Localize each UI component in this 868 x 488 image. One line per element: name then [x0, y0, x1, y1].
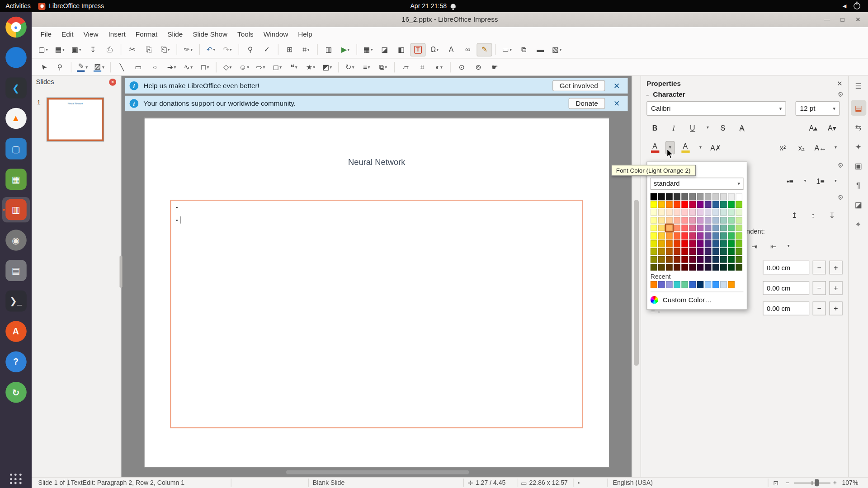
color-swatch[interactable]: [736, 225, 742, 231]
infobar-close-icon[interactable]: ✕: [610, 81, 623, 90]
ordered-list-button[interactable]: 1≡: [812, 174, 829, 188]
color-swatch[interactable]: [728, 264, 735, 271]
color-swatch[interactable]: [712, 225, 719, 231]
subscript-button[interactable]: x₂: [793, 141, 810, 154]
color-swatch[interactable]: [712, 240, 719, 247]
color-swatch[interactable]: [697, 240, 704, 247]
zoom-pan-tool[interactable]: ⚲: [52, 60, 67, 73]
undo-button[interactable]: ↶ ▾: [203, 43, 218, 56]
menu-slide[interactable]: Slide: [162, 28, 188, 39]
color-swatch[interactable]: [697, 264, 704, 271]
interaction-button[interactable]: ☛: [487, 60, 503, 73]
workspace[interactable]: Neural Network • •: [121, 111, 632, 477]
color-swatch[interactable]: [666, 216, 673, 223]
section-settings-icon[interactable]: ⚙: [838, 194, 844, 202]
recent-color-swatch[interactable]: [681, 281, 688, 288]
display-grid-button[interactable]: ⊞: [282, 43, 297, 56]
spinner-decrease-button[interactable]: −: [813, 301, 826, 315]
rotate-tool[interactable]: ↻ ▾: [342, 60, 358, 73]
decrease-indent-button[interactable]: ⇤: [765, 239, 782, 253]
donate-button[interactable]: Donate: [568, 98, 605, 109]
dock-help[interactable]: ?: [2, 349, 29, 375]
color-swatch[interactable]: [712, 209, 719, 216]
color-swatch[interactable]: [666, 193, 673, 200]
font-size-combobox[interactable]: 12 pt ▾: [796, 101, 840, 116]
superscript-button[interactable]: x²: [774, 141, 791, 154]
system-status-area[interactable]: ◀: [716, 3, 868, 9]
color-swatch[interactable]: [674, 232, 680, 239]
color-swatch[interactable]: [712, 216, 719, 223]
spinner-increase-button[interactable]: +: [829, 281, 842, 295]
color-swatch[interactable]: [658, 225, 665, 231]
dropdown-arrow-icon[interactable]: ▾: [190, 47, 193, 52]
activities-button[interactable]: Activities: [5, 3, 31, 9]
indent-dropdown[interactable]: ▾: [784, 239, 793, 253]
menu-edit[interactable]: Edit: [57, 28, 78, 39]
underline-dropdown[interactable]: ▾: [703, 121, 712, 134]
color-swatch[interactable]: [705, 256, 712, 263]
color-swatch[interactable]: [674, 209, 680, 216]
dropdown-arrow-icon[interactable]: ▾: [263, 65, 265, 70]
spelling-button[interactable]: ✓: [259, 43, 274, 56]
color-swatch[interactable]: [712, 232, 719, 239]
color-swatch[interactable]: [681, 193, 688, 200]
color-swatch[interactable]: [720, 193, 727, 200]
tab-animation[interactable]: ✦: [850, 139, 866, 154]
color-swatch[interactable]: [689, 248, 696, 255]
menu-format[interactable]: Format: [131, 28, 163, 39]
color-swatch[interactable]: [689, 201, 696, 208]
color-swatch[interactable]: [666, 232, 673, 239]
tab-styles[interactable]: ¶: [850, 178, 866, 193]
show-draw-functions-button[interactable]: ✎: [476, 43, 492, 56]
font-color-button[interactable]: A: [646, 141, 663, 154]
tab-master-slides[interactable]: ▣: [850, 158, 866, 174]
recent-color-swatch[interactable]: [705, 281, 712, 288]
menu-file[interactable]: File: [35, 28, 57, 39]
glue-points-button[interactable]: ⊚: [471, 60, 486, 73]
unordered-list-dropdown[interactable]: ▾: [801, 174, 810, 188]
spacing-input[interactable]: 0.00 cm: [763, 301, 809, 315]
color-swatch[interactable]: [681, 256, 688, 263]
color-swatch[interactable]: [705, 193, 712, 200]
titlebar[interactable]: 16_2.pptx - LibreOffice Impress — □ ✕: [32, 12, 868, 27]
dock-terminal[interactable]: ❯_: [2, 288, 29, 314]
color-swatch[interactable]: [720, 216, 727, 223]
close-button[interactable]: ✕: [851, 14, 864, 25]
callout-shapes-tool[interactable]: ❝ ▾: [286, 60, 302, 73]
color-swatch[interactable]: [666, 256, 673, 263]
color-swatch[interactable]: [689, 256, 696, 263]
app-grid-button[interactable]: [9, 474, 22, 484]
insert-fontwork-button[interactable]: A: [443, 43, 459, 56]
insert-line-tool[interactable]: ╲: [114, 60, 129, 73]
vertical-scrollbar-thumb[interactable]: [634, 200, 639, 366]
increase-indent-button[interactable]: ⇥: [746, 239, 763, 253]
master-slide-button[interactable]: ▥: [321, 43, 336, 56]
color-swatch[interactable]: [681, 248, 688, 255]
dropdown-arrow-icon[interactable]: ▾: [352, 65, 354, 70]
menu-window[interactable]: Window: [259, 28, 293, 39]
color-swatch[interactable]: [666, 264, 673, 271]
color-swatch[interactable]: [658, 232, 665, 239]
dropdown-arrow-icon[interactable]: ▾: [829, 102, 839, 115]
dropdown-arrow-icon[interactable]: ▾: [79, 47, 81, 52]
slide-layout-button[interactable]: ▧ ▾: [549, 43, 565, 56]
tab-navigator[interactable]: ⌖: [850, 216, 866, 232]
spinner-increase-button[interactable]: +: [829, 261, 842, 275]
color-swatch[interactable]: [736, 201, 742, 208]
menu-view[interactable]: View: [79, 28, 104, 39]
clone-formatting-button[interactable]: ✑ ▾: [180, 43, 196, 56]
color-swatch[interactable]: [681, 225, 688, 231]
color-swatch[interactable]: [689, 264, 696, 271]
dropdown-arrow-icon[interactable]: ▾: [776, 102, 786, 115]
dropdown-arrow-icon[interactable]: ▾: [207, 65, 209, 70]
dropdown-arrow-icon[interactable]: ▾: [62, 47, 65, 52]
vertical-scrollbar-track[interactable]: [632, 76, 641, 477]
clear-formatting-button[interactable]: A✗: [708, 141, 724, 154]
content-text-box[interactable]: • •: [170, 200, 583, 428]
insert-text-box[interactable]: T: [410, 43, 425, 56]
color-swatch[interactable]: [674, 216, 680, 223]
dropdown-arrow-icon[interactable]: ▾: [347, 47, 349, 52]
spinner-decrease-button[interactable]: −: [813, 281, 826, 295]
zoom-out-button[interactable]: −: [786, 479, 789, 486]
section-settings-icon[interactable]: ⚙: [838, 91, 844, 99]
